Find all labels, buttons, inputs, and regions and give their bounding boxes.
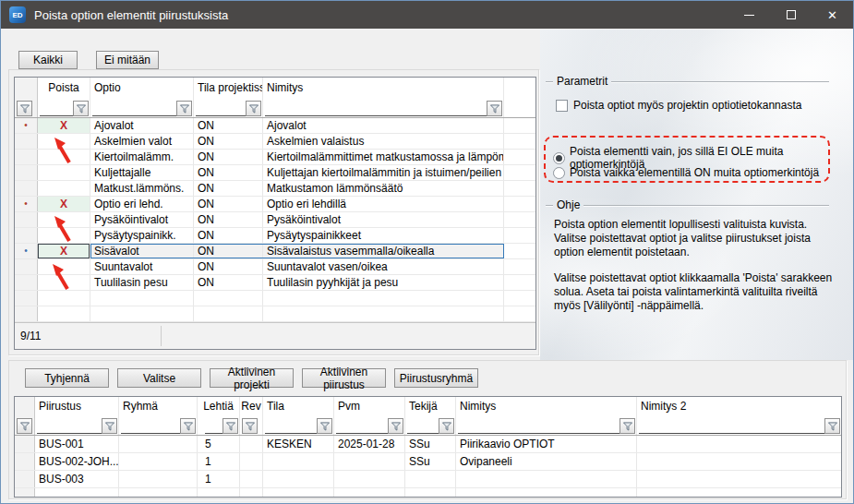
lehtia-cell[interactable]: 1 bbox=[198, 453, 240, 470]
optio-cell[interactable]: Suuntavalot bbox=[90, 259, 194, 274]
ryhma-cell[interactable] bbox=[119, 453, 198, 470]
optio-cell[interactable]: Pysäköintivalot bbox=[90, 212, 194, 227]
table-row[interactable]: BUS-002-JOH... 1 SSu Ovipaneeli bbox=[15, 453, 841, 471]
lehtia-cell[interactable] bbox=[198, 488, 240, 498]
filter-icon[interactable] bbox=[487, 101, 502, 116]
select-none-button[interactable]: Ei mitään bbox=[96, 51, 159, 69]
filter-input[interactable] bbox=[196, 102, 246, 116]
nimitys-cell[interactable]: Matkustamon lämmönsäätö bbox=[263, 181, 504, 196]
table-row[interactable]: BUS-001 5 KESKEN 2025-01-28 SSu Piirikaa… bbox=[15, 436, 841, 453]
poista-cell[interactable] bbox=[38, 134, 90, 149]
col-header-tila-projektissa[interactable]: Tila projektissa bbox=[194, 78, 263, 98]
optio-cell[interactable]: Matkust.lämmöns. bbox=[90, 181, 194, 196]
poista-cell[interactable] bbox=[38, 212, 90, 227]
tila-cell[interactable] bbox=[263, 471, 334, 487]
piirustus-cell[interactable]: BUS-003 bbox=[35, 471, 119, 487]
table-row[interactable] bbox=[15, 306, 535, 322]
filter-icon[interactable] bbox=[17, 418, 32, 434]
radio-selected-icon[interactable] bbox=[553, 152, 565, 164]
col-header-tekija[interactable]: Tekijä bbox=[405, 397, 456, 415]
nimitys-cell[interactable]: Kuljettajan kiertoilmalämmitin ja istuim… bbox=[263, 165, 504, 180]
poista-cell[interactable]: X bbox=[38, 244, 90, 258]
nimitys-cell[interactable]: Pysäköintivalot bbox=[263, 212, 504, 227]
filter-input[interactable] bbox=[121, 419, 180, 434]
radio-delete-even-if-other[interactable]: Poista vaikka elementillä ON muita optio… bbox=[553, 166, 830, 179]
filter-input[interactable] bbox=[336, 419, 388, 434]
tila-cell[interactable] bbox=[263, 453, 334, 470]
optio-cell[interactable]: Sisävalot bbox=[90, 244, 194, 258]
filter-icon[interactable] bbox=[17, 101, 32, 116]
drawings-toolbar-button[interactable]: Aktiivinen piirustus bbox=[302, 368, 386, 388]
optio-cell[interactable]: Tuulilasin pesu bbox=[90, 275, 194, 290]
filter-icon[interactable] bbox=[246, 101, 261, 116]
poista-cell[interactable]: X bbox=[38, 118, 90, 133]
filter-input[interactable] bbox=[205, 419, 223, 434]
drawings-toolbar-button[interactable]: Valitse bbox=[117, 368, 201, 388]
col-header-rev[interactable]: Rev bbox=[240, 397, 263, 415]
tekija-cell[interactable]: SSu bbox=[405, 453, 456, 470]
select-all-button[interactable]: Kaikki bbox=[18, 51, 78, 69]
poista-cell[interactable] bbox=[38, 181, 90, 196]
col-header-nimitys[interactable]: Nimitys bbox=[263, 78, 504, 98]
filter-icon[interactable] bbox=[439, 418, 454, 434]
nimitys-cell[interactable] bbox=[263, 306, 504, 321]
nimitys2-cell[interactable] bbox=[637, 453, 841, 470]
table-row[interactable]: Tuulilasin pesu ON Tuulilasin pyyhkijät … bbox=[15, 275, 535, 291]
tila-cell[interactable]: KESKEN bbox=[263, 436, 334, 452]
pvm-cell[interactable] bbox=[334, 488, 405, 498]
radio-icon[interactable] bbox=[553, 167, 565, 179]
optio-cell[interactable]: Kuljettajalle bbox=[90, 165, 194, 180]
ryhma-cell[interactable] bbox=[119, 488, 198, 498]
pvm-cell[interactable]: 2025-01-28 bbox=[334, 436, 405, 452]
table-row[interactable]: BUS-003 1 bbox=[15, 471, 841, 488]
tila-cell[interactable]: ON bbox=[194, 118, 263, 133]
poista-cell[interactable] bbox=[38, 275, 90, 290]
filter-icon[interactable] bbox=[180, 418, 196, 434]
filter-icon[interactable] bbox=[176, 101, 192, 116]
piirustus-cell[interactable] bbox=[35, 488, 119, 498]
checkbox-icon[interactable] bbox=[556, 100, 568, 112]
table-row[interactable]: • X Sisävalot ON Sisävalaistus vasemmall… bbox=[15, 244, 535, 259]
filter-input[interactable] bbox=[92, 102, 176, 116]
nimitys2-cell[interactable] bbox=[637, 488, 841, 498]
nimitys2-cell[interactable] bbox=[637, 436, 841, 452]
filter-input[interactable] bbox=[37, 419, 102, 434]
table-row[interactable]: Suuntavalot ON Suuntavalot vasen/oikea bbox=[15, 259, 535, 275]
col-header-piirustus[interactable]: Piirustus bbox=[35, 397, 119, 415]
optio-cell[interactable] bbox=[90, 291, 194, 306]
drawings-toolbar-button[interactable]: Tyhjennä bbox=[25, 368, 109, 388]
col-header-optio[interactable]: Optio bbox=[90, 78, 194, 98]
tila-cell[interactable] bbox=[194, 306, 263, 321]
nimitys-cell[interactable]: Optio eri lehdillä bbox=[263, 197, 504, 211]
optio-cell[interactable]: Ajovalot bbox=[90, 118, 194, 133]
nimitys-cell[interactable]: Askelmien valaistus bbox=[263, 134, 504, 149]
nimitys-cell[interactable]: Piirikaavio OPTIOT bbox=[456, 436, 637, 452]
rev-cell[interactable] bbox=[240, 453, 263, 470]
filter-input[interactable] bbox=[458, 419, 619, 434]
tila-cell[interactable]: ON bbox=[194, 181, 263, 196]
nimitys-cell[interactable]: Pysäytyspainikkeet bbox=[263, 228, 504, 243]
filter-icon[interactable] bbox=[317, 418, 332, 434]
rev-cell[interactable] bbox=[240, 488, 263, 498]
filter-input[interactable] bbox=[40, 102, 73, 116]
tila-cell[interactable] bbox=[194, 291, 263, 306]
filter-icon[interactable] bbox=[388, 418, 403, 434]
delete-from-db-checkbox-row[interactable]: Poista optiot myös projektin optiotietok… bbox=[556, 99, 833, 112]
nimitys-cell[interactable]: Kiertoilmalämmittimet matkustamossa ja l… bbox=[263, 150, 504, 164]
maximize-button[interactable] bbox=[770, 1, 812, 29]
tila-cell[interactable]: ON bbox=[194, 212, 263, 227]
filter-icon[interactable] bbox=[223, 418, 238, 434]
table-row[interactable] bbox=[15, 488, 841, 498]
filter-input[interactable] bbox=[639, 419, 824, 434]
drawings-toolbar-button[interactable]: Piirustusryhmä bbox=[394, 368, 478, 388]
table-row[interactable]: • X Ajovalot ON Ajovalot bbox=[15, 118, 535, 134]
tekija-cell[interactable]: SSu bbox=[405, 436, 456, 452]
minimize-button[interactable] bbox=[728, 1, 770, 29]
optio-cell[interactable]: Pysäytyspainikk. bbox=[90, 228, 194, 243]
nimitys-cell[interactable] bbox=[456, 488, 637, 498]
poista-cell[interactable]: X bbox=[38, 197, 90, 211]
poista-cell[interactable] bbox=[38, 165, 90, 180]
poista-cell[interactable] bbox=[38, 259, 90, 274]
nimitys-cell[interactable]: Suuntavalot vasen/oikea bbox=[263, 259, 504, 274]
lehtia-cell[interactable]: 5 bbox=[198, 436, 240, 452]
